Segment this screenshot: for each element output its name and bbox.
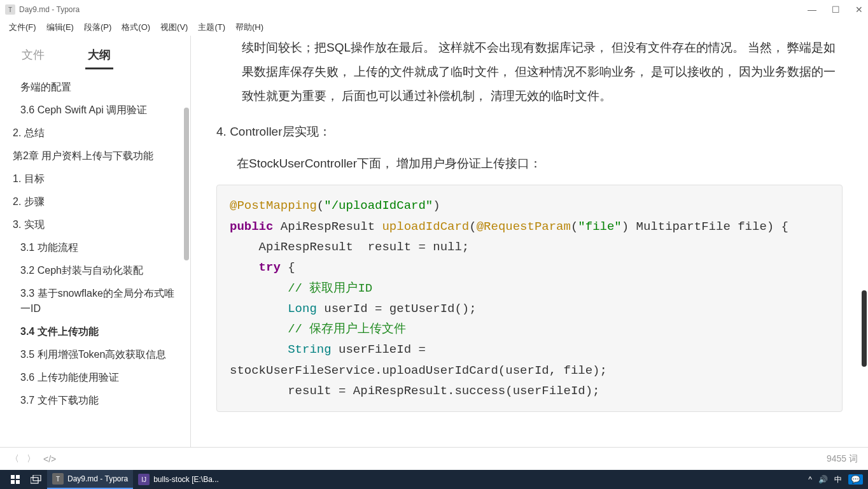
content-scrollbar[interactable] [862,290,867,367]
sidebar-tabs: 文件 大纲 [0,36,190,69]
menu-theme[interactable]: 主题(T) [193,20,230,34]
tray-chevron-up-icon[interactable]: ^ [808,475,812,484]
outline-item[interactable]: 2. 步骤 [0,190,190,213]
paragraph[interactable]: 续时间较长；把SQL操作放在最后。 这样就不会出现有数据库记录， 但没有文件存在… [216,36,843,108]
source-code-icon[interactable]: </> [43,454,56,464]
taskbar-typora-label: Day9.md - Typora [67,474,128,483]
code-block[interactable]: @PostMapping("/uploadIdCard") public Api… [216,185,843,412]
taskbar: T Day9.md - Typora IJ bulls-stock [E:\Ba… [0,470,868,489]
list-item-4[interactable]: 4. Controller层实现： [216,121,843,143]
menubar: 文件(F) 编辑(E) 段落(P) 格式(O) 视图(V) 主题(T) 帮助(H… [0,19,868,36]
intellij-icon: IJ [138,474,150,485]
outline-list: 务端的配置 3.6 Ceph Swift Api 调用验证 2. 总结 第2章 … [0,69,190,447]
start-button[interactable] [5,470,25,489]
system-tray: ^ 🔊 中 💬 [808,474,863,485]
menu-view[interactable]: 视图(V) [155,20,193,34]
task-view-button[interactable] [25,470,47,489]
window-controls: — ☐ ✕ [808,4,863,15]
ime-indicator[interactable]: 中 [834,474,842,485]
app-icon: T [5,4,15,15]
word-count[interactable]: 9455 词 [827,453,858,465]
outline-item[interactable]: 3.6 上传功能使用验证 [0,366,190,389]
titlebar: T Day9.md - Typora — ☐ ✕ [0,0,868,19]
outline-item[interactable]: 3.2 Ceph封装与自动化装配 [0,259,190,282]
menu-paragraph[interactable]: 段落(P) [79,20,116,34]
outline-item[interactable]: 3.3 基于snowflake的全局分布式唯一ID [0,282,190,320]
svg-rect-0 [11,475,15,479]
volume-icon[interactable]: 🔊 [818,475,828,484]
item-text: Controller层实现： [230,125,330,138]
maximize-button[interactable]: ☐ [832,4,840,15]
outline-item[interactable]: 3.1 功能流程 [0,236,190,259]
menu-format[interactable]: 格式(O) [116,20,155,34]
svg-rect-2 [11,480,15,484]
statusbar-nav: 〈 〉 </> [10,453,56,465]
outline-item[interactable]: 3. 实现 [0,213,190,236]
sidebar: 文件 大纲 务端的配置 3.6 Ceph Swift Api 调用验证 2. 总… [0,36,191,447]
minimize-button[interactable]: — [808,4,816,15]
menu-edit[interactable]: 编辑(E) [41,20,79,34]
outline-item[interactable]: 3.6 Ceph Swift Api 调用验证 [0,99,190,122]
window-title: Day9.md - Typora [19,5,80,14]
tab-outline[interactable]: 大纲 [85,42,113,69]
outline-scrollbar[interactable] [184,108,189,260]
outline-item[interactable]: 2. 总结 [0,122,190,145]
outline-item[interactable]: 务端的配置 [0,76,190,99]
tab-files[interactable]: 文件 [19,42,47,69]
close-button[interactable]: ✕ [855,4,863,15]
item-number: 4. [216,121,227,143]
notification-icon[interactable]: 💬 [848,474,863,485]
main-area: 文件 大纲 务端的配置 3.6 Ceph Swift Api 调用验证 2. 总… [0,36,868,447]
taskbar-typora[interactable]: T Day9.md - Typora [47,470,133,489]
taskbar-intellij[interactable]: IJ bulls-stock [E:\Ba... [133,470,224,489]
typora-icon: T [52,473,64,485]
taskbar-intellij-label: bulls-stock [E:\Ba... [153,475,219,484]
outline-item[interactable]: 3.5 利用增强Token高效获取信息 [0,343,190,366]
svg-rect-3 [16,480,20,484]
sub-paragraph[interactable]: 在StockUserController下面， 增加用户身份证上传接口： [237,153,843,174]
menu-file[interactable]: 文件(F) [4,20,41,34]
outline-item[interactable]: 第2章 用户资料上传与下载功能 [0,145,190,167]
statusbar: 〈 〉 </> 9455 词 [0,447,868,470]
outline-item[interactable]: 1. 目标 [0,167,190,190]
back-icon[interactable]: 〈 [10,453,19,465]
menu-help[interactable]: 帮助(H) [230,20,269,34]
editor-content[interactable]: 续时间较长；把SQL操作放在最后。 这样就不会出现有数据库记录， 但没有文件存在… [191,36,868,447]
outline-item[interactable]: 3.7 文件下载功能 [0,389,190,412]
svg-rect-1 [16,475,20,479]
forward-icon[interactable]: 〉 [27,453,36,465]
outline-item-active[interactable]: 3.4 文件上传功能 [0,320,190,343]
